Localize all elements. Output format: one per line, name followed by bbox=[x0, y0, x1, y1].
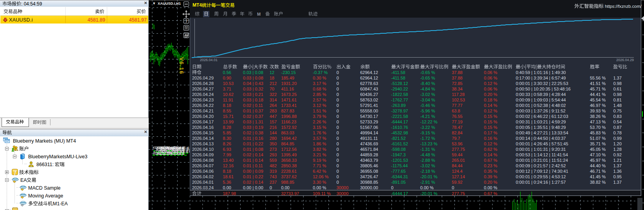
svg-text:?: ? bbox=[185, 19, 187, 24]
